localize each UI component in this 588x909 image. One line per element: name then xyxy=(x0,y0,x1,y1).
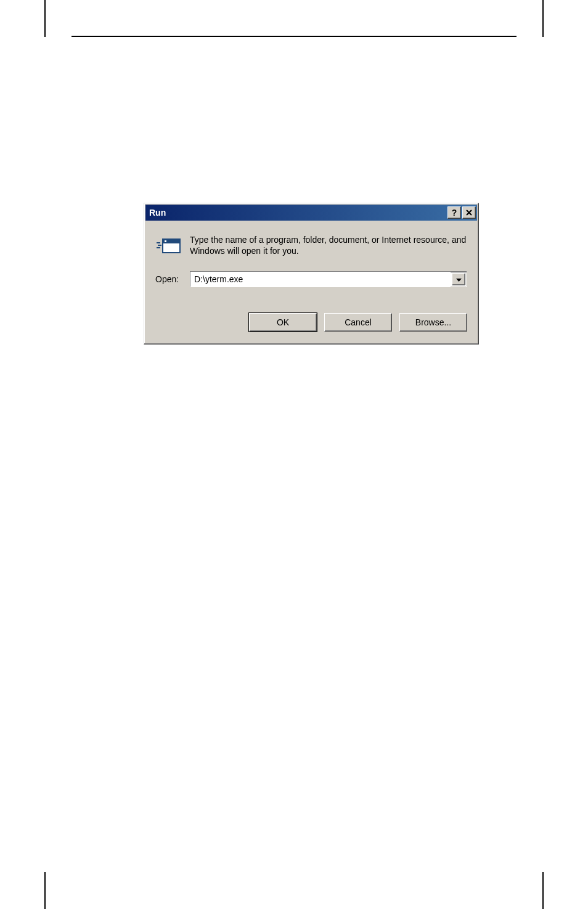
close-icon xyxy=(466,208,472,218)
crop-mark xyxy=(44,872,46,909)
ok-button[interactable]: OK xyxy=(249,313,317,332)
description-row: Type the name of a program, folder, docu… xyxy=(155,234,467,256)
open-label: Open: xyxy=(155,274,180,284)
cancel-button[interactable]: Cancel xyxy=(324,313,392,332)
open-combobox[interactable] xyxy=(190,271,467,287)
dialog-title: Run xyxy=(147,208,446,218)
svg-rect-2 xyxy=(165,240,166,242)
close-button[interactable] xyxy=(462,206,476,219)
cancel-button-label: Cancel xyxy=(345,317,372,327)
titlebar[interactable]: Run ? xyxy=(145,205,477,221)
open-row: Open: xyxy=(155,271,467,287)
page-rule xyxy=(71,36,517,37)
help-button[interactable]: ? xyxy=(447,206,461,219)
chevron-down-icon xyxy=(456,274,462,285)
button-row: OK Cancel Browse... xyxy=(155,313,467,332)
dialog-description: Type the name of a program, folder, docu… xyxy=(190,234,467,256)
crop-mark xyxy=(542,872,544,909)
help-icon: ? xyxy=(452,208,457,218)
run-icon xyxy=(155,235,180,255)
crop-mark xyxy=(44,0,46,37)
ok-button-label: OK xyxy=(277,317,289,327)
dialog-body: Type the name of a program, folder, docu… xyxy=(144,222,478,344)
browse-button-label: Browse... xyxy=(415,317,451,327)
run-dialog: Run ? Type the name of a program, fold xyxy=(144,203,479,344)
crop-mark xyxy=(542,0,544,37)
open-input[interactable] xyxy=(190,272,451,287)
browse-button[interactable]: Browse... xyxy=(399,313,467,332)
open-dropdown-button[interactable] xyxy=(452,273,465,285)
